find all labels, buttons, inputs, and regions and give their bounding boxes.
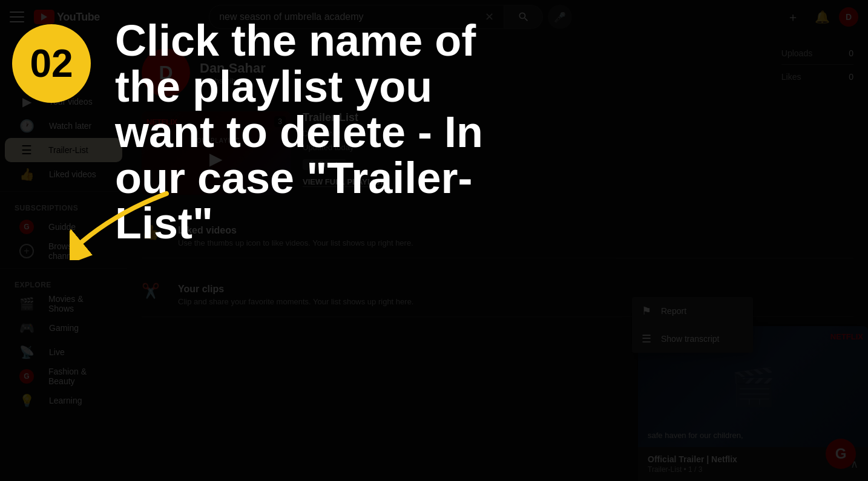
arrow-graphic <box>70 188 179 260</box>
overlay-content: 02 Click the name of the playlist you wa… <box>0 0 545 265</box>
step-number: 02 <box>30 41 73 86</box>
step-badge: 02 <box>12 24 91 103</box>
overlay: 02 Click the name of the playlist you wa… <box>0 0 868 481</box>
